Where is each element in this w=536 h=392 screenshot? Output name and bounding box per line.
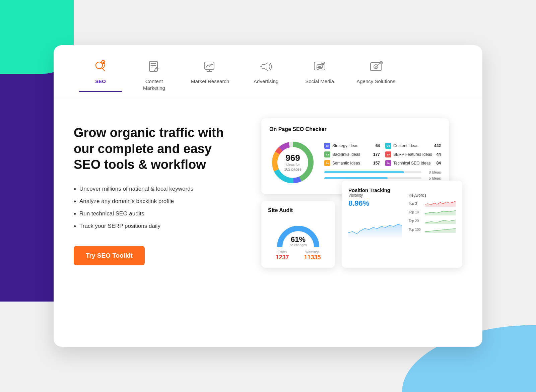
technical-badge: Te — [385, 160, 391, 166]
errors-value: 1237 — [275, 254, 289, 261]
main-card: SEO ContentMarketing — [54, 45, 482, 347]
keyword-row-top10: Top 10 — [409, 208, 456, 216]
semantic-label: Semantic Ideas — [332, 161, 371, 166]
seo-checker-body: 969 ideas for182 pages St Strategy Ideas… — [269, 139, 441, 186]
pt-body: Visibility 8.96% — [348, 193, 456, 248]
gauge-pct: 61% — [289, 236, 307, 243]
semantic-count: 157 — [373, 161, 380, 166]
legend-grid: St Strategy Ideas 64 Co Content Ideas 44… — [324, 143, 441, 166]
tab-seo[interactable]: SEO — [74, 55, 127, 91]
keyword-rows: Top 3 Top 10 — [409, 200, 456, 233]
kw-label-top100: Top 100 — [409, 228, 422, 232]
market-research-icon — [202, 59, 218, 75]
progress-track-2 — [324, 177, 421, 179]
svg-rect-8 — [205, 62, 214, 69]
content-badge: Co — [385, 143, 391, 149]
tab-social-media[interactable]: Social Media — [293, 55, 346, 91]
tab-content-marketing-label: ContentMarketing — [143, 78, 165, 91]
pt-right: Keywords Top 3 — [409, 193, 456, 248]
backlinks-label: Backlinks Ideas — [332, 152, 371, 157]
donut-number: 969 — [284, 153, 301, 162]
strategy-count: 64 — [376, 143, 380, 148]
visibility-label: Visibility — [348, 193, 402, 198]
cta-button[interactable]: Try SEO Toolkit — [74, 246, 145, 265]
errors-label: Errors — [275, 250, 289, 254]
tab-agency-solutions[interactable]: Agency Solutions — [346, 55, 405, 91]
gauge-center: 61% no changes — [289, 236, 307, 247]
audit-stats: Errors 1237 Warnings 11335 — [268, 250, 328, 261]
tab-market-research-label: Market Research — [191, 78, 229, 85]
left-panel: Grow organic traffic with our complete a… — [74, 118, 241, 265]
advertising-icon — [258, 59, 274, 75]
progress-fill-1 — [324, 171, 404, 173]
site-audit-title: Site Audit — [268, 207, 328, 213]
kw-sparkline-top10 — [425, 208, 456, 216]
technical-label: Technical SEO Ideas — [393, 161, 434, 166]
gauge-chart: 61% no changes — [275, 220, 322, 247]
legend-content: Co Content Ideas 442 — [385, 143, 441, 149]
svg-point-13 — [322, 62, 324, 65]
svg-point-16 — [375, 66, 377, 67]
pt-left: Visibility 8.96% — [348, 193, 402, 248]
progress-count-1: 8 Ideas — [424, 170, 441, 174]
social-media-icon — [312, 59, 328, 75]
keyword-row-top3: Top 3 — [409, 200, 456, 207]
donut-chart: 969 ideas for182 pages — [269, 139, 316, 186]
semantic-badge: Se — [324, 160, 330, 166]
content-marketing-icon — [146, 59, 162, 75]
progress-row-1: 8 Ideas — [324, 170, 441, 174]
tab-advertising-label: Advertising — [254, 78, 278, 85]
warnings-stat: Warnings 11335 — [304, 250, 321, 261]
tab-seo-label: SEO — [95, 78, 106, 85]
kw-sparkline-top20 — [425, 217, 456, 224]
backlinks-count: 177 — [373, 152, 380, 157]
agency-solutions-icon — [368, 59, 384, 75]
legend-strategy: St Strategy Ideas 64 — [324, 143, 380, 149]
site-audit-card: Site Audit 61% no changes — [261, 201, 335, 268]
strategy-label: Strategy Ideas — [332, 143, 374, 148]
tab-agency-solutions-label: Agency Solutions — [356, 78, 395, 85]
tab-navigation: SEO ContentMarketing — [54, 45, 482, 98]
gauge-sub: no changes — [289, 243, 307, 247]
content-count: 442 — [434, 143, 441, 148]
seo-icon — [92, 59, 109, 75]
kw-label-top3: Top 3 — [409, 202, 422, 205]
pt-title: Position Tracking — [348, 187, 456, 193]
progress-count-2: 5 Ideas — [424, 176, 441, 180]
right-panel: On Page SEO Checker — [261, 118, 462, 268]
content-label: Content Ideas — [393, 143, 432, 148]
donut-sub: ideas for182 pages — [284, 162, 301, 172]
tab-advertising[interactable]: Advertising — [239, 55, 293, 91]
tab-social-media-label: Social Media — [305, 78, 334, 85]
progress-fill-2 — [324, 177, 388, 179]
main-content: Grow organic traffic with our complete a… — [54, 98, 482, 288]
kw-label-top20: Top 20 — [409, 219, 422, 223]
hero-headline: Grow organic traffic with our complete a… — [74, 125, 241, 173]
bullet-4: Track your SERP positions daily — [74, 220, 241, 233]
kw-sparkline-top3 — [425, 200, 456, 207]
pt-chart — [348, 212, 402, 245]
tab-content-marketing[interactable]: ContentMarketing — [127, 55, 181, 98]
serp-badge: SF — [385, 151, 391, 157]
progress-row-2: 5 Ideas — [324, 176, 441, 180]
kw-label-top10: Top 10 — [409, 210, 422, 214]
errors-stat: Errors 1237 — [275, 250, 289, 261]
technical-count: 84 — [437, 161, 441, 166]
strategy-badge: St — [324, 143, 330, 149]
bottom-row: Site Audit 61% no changes — [261, 201, 462, 268]
keyword-row-top20: Top 20 — [409, 217, 456, 224]
seo-legend: St Strategy Ideas 64 Co Content Ideas 44… — [324, 143, 441, 182]
legend-technical: Te Technical SEO Ideas 84 — [385, 160, 441, 166]
tab-market-research[interactable]: Market Research — [181, 55, 239, 91]
warnings-value: 11335 — [304, 254, 321, 261]
bullet-1: Uncover millions of national & local key… — [74, 183, 241, 195]
bullet-3: Run technical SEO audits — [74, 208, 241, 220]
feature-list: Uncover millions of national & local key… — [74, 183, 241, 233]
serp-count: 44 — [437, 152, 441, 157]
position-tracking-card: Position Tracking Visibility 8.96% — [342, 181, 462, 268]
serp-label: SERP Features Ideas — [393, 152, 434, 157]
bullet-2: Analyze any domain's backlink profile — [74, 195, 241, 208]
svg-rect-3 — [149, 61, 157, 71]
legend-serp: SF SERP Features Ideas 44 — [385, 151, 441, 157]
legend-semantic: Se Semantic Ideas 157 — [324, 160, 380, 166]
